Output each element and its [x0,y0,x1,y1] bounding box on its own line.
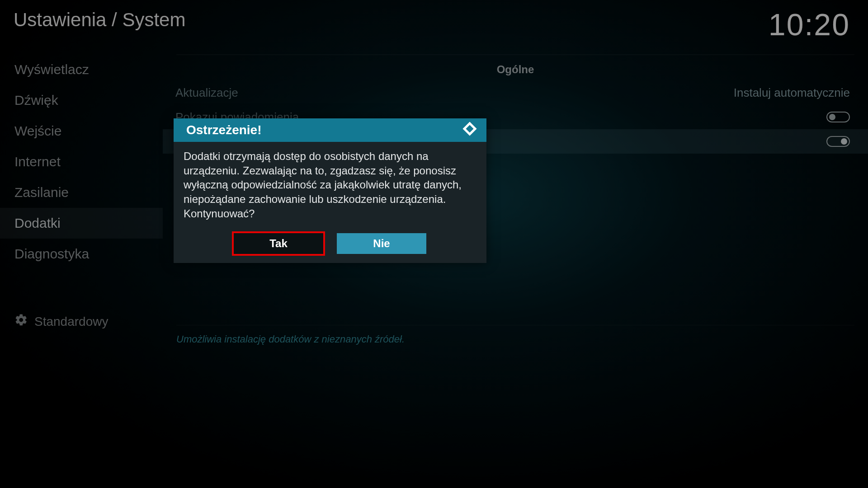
kodi-logo-icon [462,121,477,140]
yes-button[interactable]: Tak [234,233,323,254]
modal-overlay: Ostrzeżenie! Dodatki otrzymają dostęp do… [0,0,868,488]
dialog-body: Dodatki otrzymają dostęp do osobistych d… [174,142,486,233]
no-button[interactable]: Nie [337,233,426,254]
dialog-actions: Tak Nie [174,233,486,263]
dialog-title: Ostrzeżenie! [186,123,262,137]
dialog-header: Ostrzeżenie! [174,118,486,142]
warning-dialog: Ostrzeżenie! Dodatki otrzymają dostęp do… [174,118,486,263]
